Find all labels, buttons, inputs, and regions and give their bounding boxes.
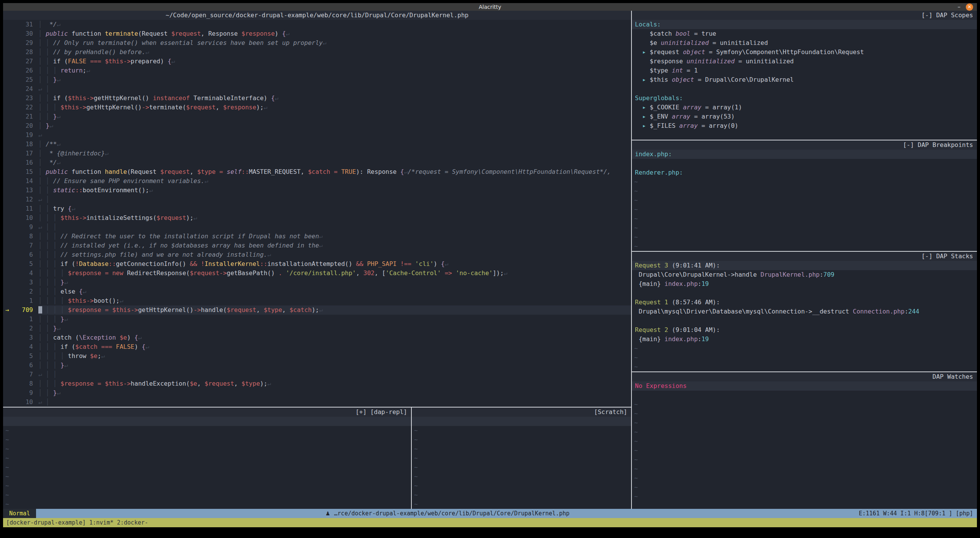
dap-section-header-stacks[interactable]: [-] DAP Stacks: [632, 252, 977, 261]
token-cy: ▸: [635, 76, 650, 83]
code-line[interactable]: 20│ }↵: [3, 121, 631, 130]
code-line[interactable]: 26│ │ │ return;↵: [3, 66, 631, 75]
code-line[interactable]: 29│ │ // Only run terminate() when essen…: [3, 38, 631, 48]
variable-row[interactable]: $e uninitialized = uninitialized: [632, 38, 977, 48]
tilde-row: ~: [632, 344, 977, 353]
code-line[interactable]: 12↵ │: [3, 195, 631, 204]
stack-frame[interactable]: {main} index.php:19: [632, 279, 977, 289]
code-line[interactable]: 13│ │ static::bootEnvironment();↵: [3, 186, 631, 195]
variable-row[interactable]: ▸ $_ENV array = array(53): [632, 112, 977, 121]
code-line[interactable]: 9↵ │ │: [3, 223, 631, 232]
dap-repl-cursorline[interactable]: [3, 417, 411, 426]
code-line[interactable]: 27│ │ if (FALSE === $this->prepared) {↵: [3, 57, 631, 66]
stack-frame[interactable]: Drupal\Core\DrupalKernel->handle DrupalK…: [632, 270, 977, 279]
token-g: │ │ │: [38, 279, 61, 286]
variable-row[interactable]: ▸ $_FILES array = array(0): [632, 121, 977, 130]
code-line[interactable]: 7│ │ │ // installed yet (i.e., if no $da…: [3, 241, 631, 250]
variable-row[interactable]: ▸ $this object = Drupal\Core\DrupalKerne…: [632, 75, 977, 84]
code-line[interactable]: 30│ public function terminate(Request $r…: [3, 29, 631, 38]
code-line[interactable]: 7↵ │ │: [3, 370, 631, 379]
code-line[interactable]: 24↵ │: [3, 84, 631, 94]
tilde-row: ~: [632, 242, 977, 251]
code-line[interactable]: 5│ │ │ if (!Database::getConnectionInfo(…: [3, 259, 631, 269]
code-line[interactable]: 18│ /**↵: [3, 140, 631, 149]
code-line[interactable]: 16│ */↵: [3, 158, 631, 167]
code-line[interactable]: 14│ │ // Ensure sane PHP environment var…: [3, 177, 631, 186]
token-t: terminate(: [149, 104, 186, 111]
code-line[interactable]: 28│ │ // by preHandle() before.↵: [3, 48, 631, 57]
code-line[interactable]: 8│ │ │ $response = $this->handleExceptio…: [3, 379, 631, 388]
code-line[interactable]: 23│ │ if ($this->getHttpKernel() instanc…: [3, 94, 631, 103]
stack-frame[interactable]: Drupal\mysql\Driver\Database\mysql\Conne…: [632, 307, 977, 316]
title-bar[interactable]: Alacritty – ✕: [3, 3, 977, 11]
token-t: [116, 334, 120, 341]
code-line[interactable]: 10│ │ │ $this->initializeSettings($reque…: [3, 213, 631, 223]
dap-section-header-breakpoints[interactable]: [-] DAP Breakpoints: [632, 140, 977, 150]
code-line[interactable]: 21│ │ }↵: [3, 112, 631, 121]
scratch-window[interactable]: [Scratch] ~~~~~~~~~~: [412, 408, 631, 509]
line-number: 30: [3, 29, 38, 38]
code-line[interactable]: 3│ │ catch (\Exception $e) {↵: [3, 333, 631, 342]
code-line[interactable]: 2│ │ │ else {↵: [3, 287, 631, 296]
code-line[interactable]: 15│ public function handle(Request $requ…: [3, 167, 631, 177]
thread-row[interactable]: Request 2 (9:01:04 AM):: [632, 325, 977, 335]
code-line[interactable]: 22│ │ │ $this->getHttpKernel()->terminat…: [3, 103, 631, 112]
token-g: │ │: [38, 205, 53, 212]
token-g: │ │ │: [38, 233, 61, 240]
scratch-cursorline[interactable]: [412, 417, 631, 426]
code-line[interactable]: 19↵: [3, 130, 631, 140]
token-t: );: [186, 214, 193, 221]
scope-locals-header[interactable]: Locals:: [632, 20, 977, 29]
code-line[interactable]: 1│ │ │ │ $this->boot();↵: [3, 296, 631, 305]
thread-row[interactable]: Request 3 (9:01:41 AM):: [632, 261, 977, 270]
token-e: ↵: [72, 205, 76, 212]
token-c: * {@inheritdoc}: [46, 150, 105, 157]
token-r: $this: [68, 94, 86, 102]
code-line[interactable]: 8│ │ │ // Redirect the user to the insta…: [3, 232, 631, 241]
token-t: getHttpKernel(): [138, 306, 194, 314]
code-line[interactable]: 31│ */↵: [3, 20, 631, 29]
token-t: ): [275, 30, 282, 37]
line-number: 3: [3, 278, 38, 287]
token-g: │ │: [38, 334, 53, 341]
variable-row[interactable]: ▸ $request object = Symfony\Component\Ht…: [632, 48, 977, 57]
scope-superglobals-header[interactable]: Superglobals:: [632, 94, 977, 103]
stack-frame[interactable]: {main} index.php:19: [632, 335, 977, 344]
code-line[interactable]: 11│ │ try {↵: [3, 204, 631, 213]
code-line[interactable]: 25│ │ }↵: [3, 75, 631, 84]
code-line[interactable]: 1│ │ │ }↵: [3, 315, 631, 324]
variable-row[interactable]: $type int = 1: [632, 66, 977, 75]
variable-row[interactable]: $response uninitialized = uninitialized: [632, 57, 977, 66]
code-line[interactable]: 10↵ │: [3, 398, 631, 407]
breakpoint-file[interactable]: Renderer.php:: [632, 168, 977, 177]
token-t: function: [68, 30, 105, 37]
variable-row[interactable]: ▸ $_COOKIE array = array(1): [632, 103, 977, 112]
variable-row[interactable]: $catch bool = true: [632, 29, 977, 38]
code-line[interactable]: 6│ │ │ }↵: [3, 361, 631, 370]
token-r: $response: [68, 306, 101, 314]
minimize-button[interactable]: –: [958, 3, 961, 11]
code-buffer[interactable]: 31│ */↵30│ public function terminate(Req…: [3, 20, 631, 407]
tilde-row: ~: [632, 418, 977, 427]
code-line[interactable]: 3│ │ │ }↵: [3, 278, 631, 287]
code-line[interactable]: 9│ │ }↵: [3, 388, 631, 398]
code-line-current[interactable]: →709 │ │ │ $response = $this->getHttpKer…: [3, 305, 631, 315]
token-t: (9:01:04 AM):: [672, 326, 720, 333]
dap-section-header-watches[interactable]: DAP Watches: [632, 372, 977, 381]
code-line[interactable]: 4│ │ │ if ($catch === FALSE) {↵: [3, 342, 631, 352]
token-p: }: [53, 113, 57, 120]
line-number: 27: [3, 57, 38, 66]
breakpoint-file[interactable]: index.php:: [632, 150, 977, 159]
code-line[interactable]: 17│ * {@inheritdoc}↵: [3, 149, 631, 158]
dap-repl-window[interactable]: [+] [dap-repl] ~~~~~~~~~~: [3, 408, 411, 509]
close-button[interactable]: ✕: [966, 3, 973, 11]
token-t: :: [904, 308, 908, 315]
thread-row[interactable]: Request 1 (8:57:46 AM):: [632, 298, 977, 307]
token-t: function: [68, 168, 105, 175]
dap-section-header-scopes[interactable]: [-] DAP Scopes: [632, 11, 977, 20]
code-line[interactable]: 6│ │ │ // settings.php file) and we are …: [3, 250, 631, 259]
code-line[interactable]: 5│ │ │ │ throw $e;↵: [3, 352, 631, 361]
code-line[interactable]: 4│ │ │ │ $response = new RedirectRespons…: [3, 269, 631, 278]
tmux-status-bar[interactable]: [docker-drupal-example] 1:nvim* 2:docker…: [3, 518, 977, 527]
code-line[interactable]: 2│ │ }↵: [3, 324, 631, 333]
